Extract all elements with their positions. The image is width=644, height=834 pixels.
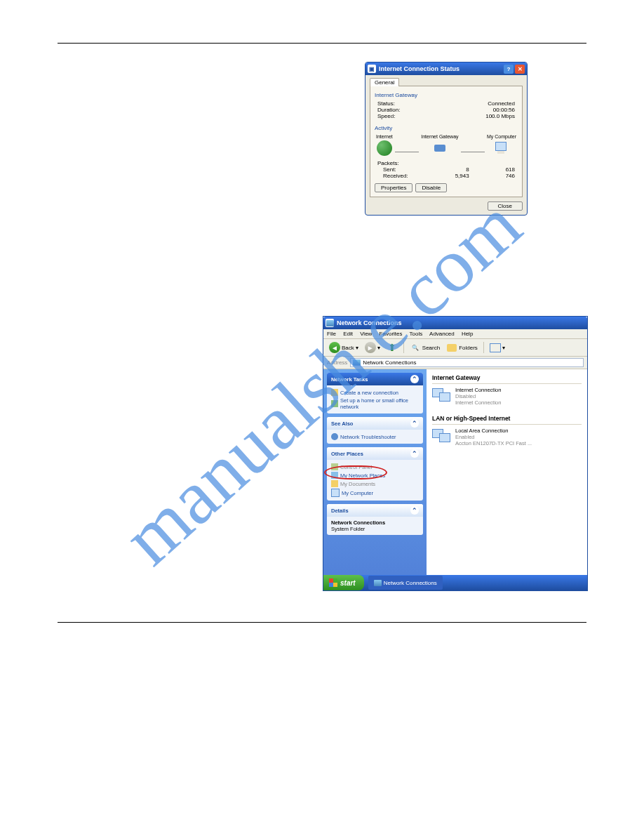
item-name: Local Area Connection bbox=[455, 428, 532, 434]
up-button[interactable]: ⬆ bbox=[384, 341, 400, 354]
folder-icon bbox=[447, 344, 457, 352]
tab-general[interactable]: General bbox=[370, 78, 399, 86]
collapse-icon: ⌃ bbox=[410, 375, 419, 383]
address-field[interactable]: Network Connections bbox=[350, 358, 584, 367]
collapse-icon: ⌃ bbox=[410, 449, 419, 458]
sent-pc: 618 bbox=[469, 166, 515, 173]
details-name: Network Connections bbox=[331, 519, 419, 526]
app-icon bbox=[326, 319, 334, 327]
rule-top bbox=[58, 43, 586, 44]
panel-title: Details bbox=[331, 508, 349, 514]
category-internet-gateway: Internet Gateway bbox=[432, 372, 582, 384]
setup-icon bbox=[331, 400, 338, 407]
link-my-documents[interactable]: My Documents bbox=[331, 479, 419, 488]
search-icon: 🔍 bbox=[410, 342, 421, 353]
sent-gw: 8 bbox=[423, 166, 469, 173]
up-icon: ⬆ bbox=[387, 342, 398, 353]
menu-view[interactable]: View bbox=[360, 331, 372, 337]
recv-pc: 746 bbox=[469, 173, 515, 179]
item-sub: Accton EN1207D-TX PCI Fast ... bbox=[455, 440, 532, 446]
panel-header[interactable]: See Also ⌃ bbox=[327, 417, 423, 430]
nc-icon bbox=[374, 580, 382, 586]
panel-header[interactable]: Details ⌃ bbox=[327, 504, 423, 517]
windows-logo-icon bbox=[329, 578, 337, 587]
menu-favorites[interactable]: Favorites bbox=[380, 331, 403, 337]
link-label: Set up a home or small office network bbox=[340, 397, 419, 410]
new-conn-icon bbox=[331, 389, 338, 396]
start-label: start bbox=[340, 579, 356, 587]
gateway-icon bbox=[432, 140, 448, 156]
taskbar: start Network Connections bbox=[323, 575, 587, 590]
col-computer: My Computer bbox=[487, 134, 516, 139]
sent-label: Sent: bbox=[377, 166, 423, 173]
col-internet: Internet bbox=[376, 134, 393, 139]
link-label: My Documents bbox=[340, 481, 375, 487]
folders-button[interactable]: Folders bbox=[444, 341, 480, 354]
addressbar: Address Network Connections bbox=[323, 357, 587, 369]
folders-label: Folders bbox=[459, 345, 478, 351]
col-gateway: Internet Gateway bbox=[421, 134, 458, 139]
speed-label: Speed: bbox=[377, 113, 395, 119]
separator bbox=[483, 342, 484, 353]
item-sub: Internet Connection bbox=[455, 399, 501, 406]
status-dialog: ▣ Internet Connection Status ? ✕ General… bbox=[365, 62, 528, 216]
menu-tools[interactable]: Tools bbox=[410, 331, 423, 337]
duration-value: 00:00:56 bbox=[493, 107, 515, 113]
menu-file[interactable]: File bbox=[327, 331, 336, 337]
back-label: Back bbox=[342, 345, 354, 351]
menu-advanced[interactable]: Advanced bbox=[429, 331, 455, 337]
link-troubleshooter[interactable]: Network Troubleshooter bbox=[331, 432, 419, 441]
forward-button[interactable]: ► ▾ bbox=[363, 341, 382, 354]
menu-edit[interactable]: Edit bbox=[343, 331, 353, 337]
panel-other-places: Other Places ⌃ Control Panel My Network … bbox=[327, 447, 423, 501]
docs-icon bbox=[331, 480, 338, 487]
properties-button[interactable]: Properties bbox=[375, 183, 412, 192]
help-button[interactable]: ? bbox=[504, 65, 514, 74]
start-button[interactable]: start bbox=[323, 575, 364, 590]
link-my-network-places[interactable]: My Network Places bbox=[331, 471, 419, 479]
globe-icon bbox=[377, 140, 392, 156]
connection-icon bbox=[432, 428, 452, 444]
forward-icon: ► bbox=[365, 342, 376, 353]
window-title: Internet Connection Status bbox=[379, 65, 459, 72]
panel-network-tasks: Network Tasks ⌃ Create a new connection … bbox=[327, 373, 423, 413]
menu-help[interactable]: Help bbox=[462, 331, 473, 337]
collapse-icon: ⌃ bbox=[410, 419, 419, 428]
menubar: File Edit View Favorites Tools Advanced … bbox=[323, 329, 587, 339]
views-icon bbox=[490, 343, 501, 352]
status-value: Connected bbox=[488, 100, 515, 107]
link-control-panel[interactable]: Control Panel bbox=[331, 463, 419, 471]
task-label: Network Connections bbox=[384, 580, 437, 586]
titlebar[interactable]: Network Connections bbox=[323, 317, 587, 329]
back-button[interactable]: ◄ Back ▾ bbox=[327, 341, 361, 354]
link-setup-network[interactable]: Set up a home or small office network bbox=[331, 397, 419, 411]
views-button[interactable]: ▾ bbox=[488, 341, 507, 354]
mnp-icon bbox=[331, 472, 338, 479]
close-icon[interactable]: ✕ bbox=[515, 65, 525, 74]
collapse-icon: ⌃ bbox=[410, 506, 419, 515]
item-local-area-connection[interactable]: Local Area Connection Enabled Accton EN1… bbox=[432, 428, 582, 446]
close-button[interactable]: Close bbox=[488, 201, 523, 211]
cp-icon bbox=[331, 463, 338, 470]
app-icon: ▣ bbox=[368, 65, 376, 73]
titlebar[interactable]: ▣ Internet Connection Status ? ✕ bbox=[365, 62, 527, 75]
sidepane: Network Tasks ⌃ Create a new connection … bbox=[323, 369, 427, 583]
panel-header[interactable]: Network Tasks ⌃ bbox=[327, 373, 423, 385]
link-my-computer[interactable]: My Computer bbox=[331, 488, 419, 498]
disable-button[interactable]: Disable bbox=[415, 183, 447, 192]
comp-icon bbox=[331, 489, 340, 497]
link-create-connection[interactable]: Create a new connection bbox=[331, 388, 419, 397]
panel-see-also: See Also ⌃ Network Troubleshooter bbox=[327, 417, 423, 444]
info-icon bbox=[331, 433, 338, 440]
link-label: Create a new connection bbox=[340, 390, 398, 396]
taskbar-item[interactable]: Network Connections bbox=[368, 576, 443, 590]
item-internet-connection[interactable]: Internet Connection Disabled Internet Co… bbox=[432, 387, 582, 406]
recv-gw: 5,943 bbox=[423, 173, 469, 179]
panel-title: Network Tasks bbox=[331, 376, 368, 383]
panel-title: See Also bbox=[331, 421, 353, 427]
panel-header[interactable]: Other Places ⌃ bbox=[327, 447, 423, 460]
back-icon: ◄ bbox=[329, 342, 340, 353]
panel-details: Details ⌃ Network Connections System Fol… bbox=[327, 504, 423, 535]
search-button[interactable]: 🔍 Search bbox=[408, 341, 442, 354]
group-activity: Activity bbox=[375, 125, 518, 131]
